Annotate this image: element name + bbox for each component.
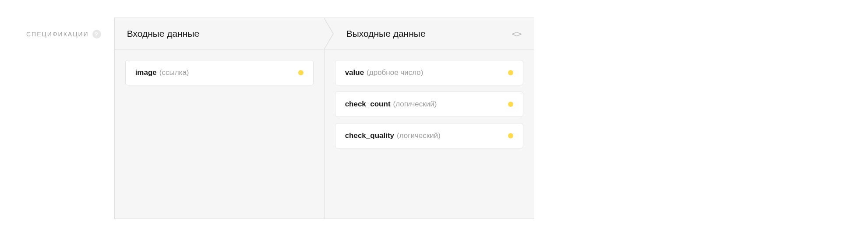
- field-type: (ссылка): [159, 68, 189, 77]
- section-label-text: СПЕЦИФИКАЦИИ: [26, 31, 89, 38]
- field-name: value: [345, 68, 364, 77]
- field-card[interactable]: check_quality (логический): [335, 123, 523, 148]
- field-type: (логический): [397, 131, 441, 140]
- field-name: check_quality: [345, 131, 394, 140]
- spec-panels: Входные данные image (ссылка) Выходные д…: [114, 18, 534, 219]
- output-panel-title: Выходные данные: [346, 28, 426, 39]
- field-type: (логический): [393, 100, 437, 109]
- required-dot-icon: [508, 70, 513, 75]
- field-card[interactable]: check_count (логический): [335, 92, 523, 117]
- input-panel-title: Входные данные: [127, 28, 200, 39]
- input-panel: Входные данные image (ссылка): [114, 18, 325, 219]
- field-card[interactable]: value (дробное число): [335, 60, 523, 85]
- input-panel-header: Входные данные: [115, 18, 324, 49]
- output-panel: Выходные данные <> value (дробное число)…: [324, 18, 534, 219]
- field-name: check_count: [345, 100, 391, 109]
- section-label-row: СПЕЦИФИКАЦИИ ?: [26, 18, 101, 39]
- panel-actions: <>: [512, 28, 522, 39]
- specifications-layout: СПЕЦИФИКАЦИИ ? Входные данные image (ссы…: [26, 18, 842, 219]
- field-card[interactable]: image (ссылка): [125, 60, 314, 85]
- code-toggle-icon[interactable]: <>: [512, 28, 522, 39]
- help-icon[interactable]: ?: [92, 30, 101, 39]
- required-dot-icon: [508, 133, 513, 138]
- field-name: image: [135, 68, 157, 77]
- required-dot-icon: [508, 102, 513, 107]
- output-panel-body: value (дробное число) check_count (логич…: [325, 49, 534, 159]
- output-panel-header: Выходные данные <>: [325, 18, 534, 49]
- input-panel-body: image (ссылка): [115, 49, 324, 96]
- required-dot-icon: [298, 70, 303, 75]
- field-type: (дробное число): [367, 68, 423, 77]
